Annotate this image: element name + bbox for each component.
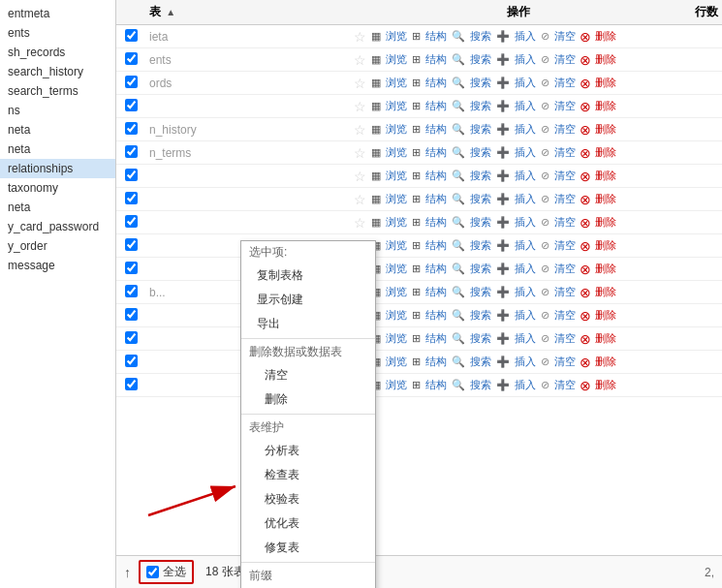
delete-link[interactable]: 删除 xyxy=(593,75,618,91)
empty-link[interactable]: 清空 xyxy=(552,75,578,91)
sidebar-item-ents[interactable]: ents xyxy=(0,23,115,43)
row-checkbox-4[interactable] xyxy=(116,99,145,114)
table-row: ☆ ▦浏览 ⊞结构 🔍搜索 ➕插入 ⊘清空 ⊗删除 xyxy=(116,165,722,188)
row-checkbox-5[interactable] xyxy=(116,122,145,138)
table-row: ords ☆ ▦ 浏览 ⊞ 结构 🔍 搜索 ➕ 插入 ⊘ 清空 ⊗ 删除 xyxy=(116,72,722,95)
insert-link[interactable]: 插入 xyxy=(513,121,538,138)
sidebar-item-search_history[interactable]: search_history xyxy=(0,62,115,81)
search-link[interactable]: 搜索 xyxy=(468,75,493,91)
structure-icon[interactable]: ⊞ xyxy=(412,30,421,43)
ctx-section-selected: 选中项: xyxy=(241,241,375,263)
ctx-check[interactable]: 检查表 xyxy=(241,463,375,487)
browse-link[interactable]: 浏览 xyxy=(384,51,409,68)
row-ops-3: ☆ ▦ 浏览 ⊞ 结构 🔍 搜索 ➕ 插入 ⊘ 清空 ⊗ 删除 xyxy=(354,75,683,91)
ctx-delete[interactable]: 删除 xyxy=(241,387,375,412)
sidebar: entmeta ents sh_records search_history s… xyxy=(0,0,116,588)
sidebar-item-relationships[interactable]: relationships xyxy=(0,159,115,178)
sidebar-item-ns[interactable]: ns xyxy=(0,101,115,120)
row-ops-5: ☆ ▦ 浏览 ⊞ 结构 🔍 搜索 ➕ 插入 ⊘ 清空 ⊗ 删除 xyxy=(354,121,683,138)
search-link[interactable]: 搜索 xyxy=(468,121,493,138)
sidebar-item-entmeta[interactable]: entmeta xyxy=(0,4,115,23)
ctx-analyze[interactable]: 分析表 xyxy=(241,439,375,463)
delete-link[interactable]: 删除 xyxy=(593,121,618,138)
star-icon[interactable]: ☆ xyxy=(354,122,366,138)
select-all-wrap: 全选 xyxy=(139,560,194,584)
empty-link[interactable]: 清空 xyxy=(552,28,578,45)
empty-link[interactable]: 清空 xyxy=(552,51,578,68)
browse-link[interactable]: 浏览 xyxy=(384,98,409,114)
row-checkbox-1[interactable] xyxy=(116,29,145,45)
ctx-empty[interactable]: 清空 xyxy=(241,363,375,387)
ctx-divider-3 xyxy=(241,562,375,563)
structure-link[interactable]: 结构 xyxy=(424,28,449,45)
row-name-2: ents xyxy=(145,51,354,69)
search-icon[interactable]: 🔍 xyxy=(452,30,465,43)
browse-icon[interactable]: ▦ xyxy=(371,30,381,43)
star-icon[interactable]: ☆ xyxy=(354,52,366,68)
row-name-6: n_terms xyxy=(145,144,354,162)
sidebar-item-search_terms[interactable]: search_terms xyxy=(0,81,115,101)
insert-link[interactable]: 插入 xyxy=(513,144,538,161)
delete-link[interactable]: 删除 xyxy=(593,51,618,68)
sidebar-item-neta3[interactable]: neta xyxy=(0,198,115,217)
delete-link[interactable]: 删除 xyxy=(593,144,618,161)
ctx-copy-table[interactable]: 复制表格 xyxy=(241,263,375,288)
sidebar-item-sh_records[interactable]: sh_records xyxy=(0,43,115,62)
search-link[interactable]: 搜索 xyxy=(468,98,493,114)
browse-link[interactable]: 浏览 xyxy=(384,144,409,161)
sidebar-item-y_order[interactable]: y_order xyxy=(0,236,115,256)
clear-icon[interactable]: ⊘ xyxy=(541,30,549,43)
delete-icon[interactable]: ⊗ xyxy=(580,29,591,45)
star-icon[interactable]: ☆ xyxy=(354,145,366,161)
star-icon[interactable]: ☆ xyxy=(354,76,366,91)
empty-link[interactable]: 清空 xyxy=(552,121,578,138)
table-count: 18 张表 xyxy=(205,564,245,580)
sidebar-item-message[interactable]: message xyxy=(0,256,115,275)
row-checkbox-3[interactable] xyxy=(116,76,145,91)
select-all-checkbox[interactable] xyxy=(146,566,159,578)
sidebar-item-y_card_password[interactable]: y_card_password xyxy=(0,217,115,236)
structure-link[interactable]: 结构 xyxy=(424,144,449,161)
insert-icon[interactable]: ➕ xyxy=(496,30,510,43)
browse-link[interactable]: 浏览 xyxy=(384,28,409,45)
row-name-1: ieta xyxy=(145,28,354,46)
sidebar-item-neta2[interactable]: neta xyxy=(0,139,115,159)
ctx-divider-1 xyxy=(241,338,375,339)
ctx-optimize[interactable]: 优化表 xyxy=(241,511,375,536)
table-row: ☆ ▦浏览 ⊞结构 🔍搜索 ➕插入 ⊘清空 ⊗删除 xyxy=(116,327,722,351)
scroll-up-arrow[interactable]: ↑ xyxy=(124,565,131,580)
ctx-validate[interactable]: 校验表 xyxy=(241,487,375,511)
insert-link[interactable]: 插入 xyxy=(513,51,538,68)
table-row: ☆ ▦ 浏览 ⊞ 结构 🔍 搜索 ➕ 插入 ⊘ 清空 ⊗ 删除 xyxy=(116,95,722,118)
star-icon[interactable]: ☆ xyxy=(354,29,366,45)
insert-link[interactable]: 插入 xyxy=(513,98,538,114)
structure-link[interactable]: 结构 xyxy=(424,51,449,68)
header-checkbox-col xyxy=(116,4,145,20)
insert-link[interactable]: 插入 xyxy=(513,75,538,91)
star-icon[interactable]: ☆ xyxy=(354,99,366,114)
delete-link[interactable]: 删除 xyxy=(593,98,618,114)
row-checkbox-6[interactable] xyxy=(116,145,145,161)
row-checkbox-2[interactable] xyxy=(116,52,145,68)
empty-link[interactable]: 清空 xyxy=(552,144,578,161)
sidebar-item-taxonomy[interactable]: taxonomy xyxy=(0,178,115,198)
browse-link[interactable]: 浏览 xyxy=(384,75,409,91)
ctx-repair[interactable]: 修复表 xyxy=(241,536,375,560)
search-link[interactable]: 搜索 xyxy=(468,144,493,161)
table-row: ☆ ▦浏览 ⊞结构 🔍搜索 ➕插入 ⊘清空 ⊗删除 xyxy=(116,188,722,211)
ctx-show-create[interactable]: 显示创建 xyxy=(241,288,375,312)
table-row: ☆ ▦浏览 ⊞结构 🔍搜索 ➕插入 ⊘清空 ⊗删除 xyxy=(116,211,722,234)
sidebar-item-neta[interactable]: neta xyxy=(0,120,115,139)
search-link[interactable]: 搜索 xyxy=(468,51,493,68)
delete-link[interactable]: 删除 xyxy=(593,28,618,45)
empty-link[interactable]: 清空 xyxy=(552,98,578,114)
ctx-export[interactable]: 导出 xyxy=(241,312,375,336)
browse-link[interactable]: 浏览 xyxy=(384,121,409,138)
insert-link[interactable]: 插入 xyxy=(513,28,538,45)
structure-link[interactable]: 结构 xyxy=(424,98,449,114)
structure-link[interactable]: 结构 xyxy=(424,121,449,138)
search-link[interactable]: 搜索 xyxy=(468,28,493,45)
table-row: ☆ ▦浏览 ⊞结构 🔍搜索 ➕插入 ⊘清空 ⊗删除 xyxy=(116,234,722,258)
header-table-label: 表 xyxy=(149,5,161,18)
structure-link[interactable]: 结构 xyxy=(424,75,449,91)
